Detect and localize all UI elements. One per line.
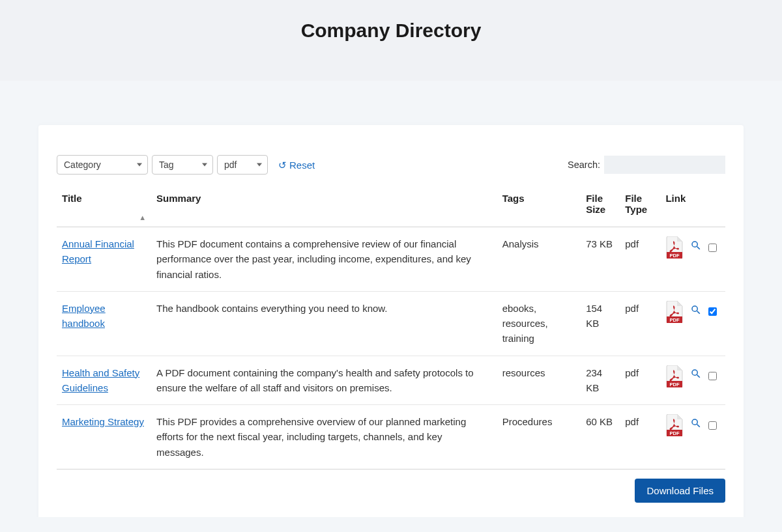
col-tags[interactable]: Tags [497,186,581,227]
pdf-file-icon[interactable] [665,301,684,323]
search-label: Search: [568,160,600,170]
directory-card: Category Tag pdf ↺ Reset Search: Title ▲ [38,125,744,517]
category-select[interactable]: Category [57,155,148,175]
document-size: 234 KB [581,356,620,405]
document-size: 73 KB [581,227,620,292]
reset-label: Reset [289,160,315,171]
document-title-link[interactable]: Marketing Strategy [62,416,144,427]
document-type: pdf [620,291,660,356]
pdf-file-icon[interactable] [665,236,684,259]
document-tags: Analysis [497,227,581,292]
tag-select[interactable]: Tag [152,155,213,175]
document-summary: A PDF document containing the company's … [151,356,497,405]
document-type: pdf [620,227,660,292]
search-input[interactable] [604,156,725,174]
preview-icon[interactable] [690,304,702,320]
document-summary: This PDF document contains a comprehensi… [151,227,497,292]
preview-icon[interactable] [690,368,702,384]
col-type[interactable]: File Type [620,186,660,227]
select-row-checkbox[interactable] [708,372,717,380]
col-title[interactable]: Title ▲ [57,186,151,227]
download-files-button[interactable]: Download Files [635,479,725,503]
category-select-label: Category [64,160,101,170]
document-size: 154 KB [581,291,620,356]
col-summary[interactable]: Summary [151,186,497,227]
select-row-checkbox[interactable] [708,244,717,252]
document-summary: This PDF provides a comprehensive overvi… [151,405,497,469]
document-title-link[interactable]: Health and Safety Guidelines [62,367,139,393]
filetype-select[interactable]: pdf [217,155,268,175]
document-tags: Procedures [497,405,581,469]
preview-icon[interactable] [690,417,702,433]
table-row: Employee handbookThe handbook contains e… [57,291,725,356]
document-type: pdf [620,405,660,469]
document-size: 60 KB [581,405,620,469]
col-link[interactable]: Link [660,186,725,227]
document-type: pdf [620,356,660,405]
filetype-select-label: pdf [224,160,237,170]
filters-row: Category Tag pdf ↺ Reset Search: [57,155,725,175]
table-row: Health and Safety GuidelinesA PDF docume… [57,356,725,405]
select-row-checkbox[interactable] [708,421,717,430]
document-title-link[interactable]: Employee handbook [62,303,106,329]
preview-icon[interactable] [690,240,702,255]
undo-icon: ↺ [278,160,287,170]
table-row: Marketing StrategyThis PDF provides a co… [57,405,725,469]
document-title-link[interactable]: Annual Financial Report [62,238,134,264]
documents-table: Title ▲ Summary Tags File Size File Type… [57,186,725,469]
page-title: Company Directory [0,20,782,42]
select-row-checkbox[interactable] [708,307,717,316]
table-row: Annual Financial ReportThis PDF document… [57,227,725,292]
chevron-down-icon [202,163,207,167]
document-tags: resources [497,356,581,405]
chevron-down-icon [137,163,142,167]
col-size[interactable]: File Size [581,186,620,227]
sort-asc-icon: ▲ [139,214,146,221]
tag-select-label: Tag [159,160,174,170]
document-tags: ebooks, resources, training [497,291,581,356]
pdf-file-icon[interactable] [665,365,684,387]
pdf-file-icon[interactable] [665,414,684,436]
chevron-down-icon [257,163,262,167]
document-summary: The handbook contains everything you nee… [151,291,497,356]
reset-button[interactable]: ↺ Reset [278,160,315,171]
